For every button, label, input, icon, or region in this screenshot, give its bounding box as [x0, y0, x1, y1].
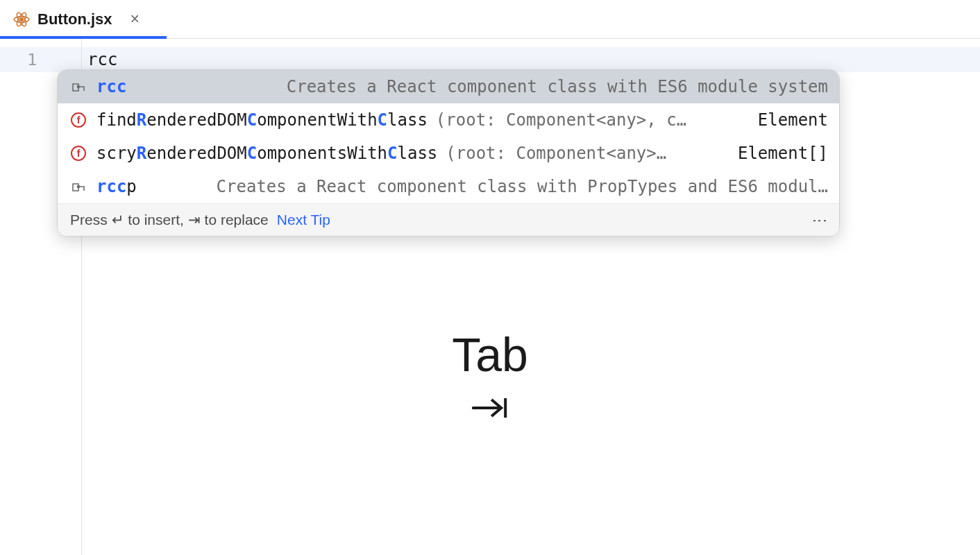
function-icon: f	[69, 146, 88, 161]
autocomplete-footer: Press ↵ to insert, ⇥ to replace Next Tip…	[58, 203, 839, 236]
svg-point-0	[20, 17, 23, 20]
footer-hint: Press ↵ to insert, ⇥ to replace	[70, 212, 269, 228]
suggestion-return-type: Element[]	[724, 144, 828, 163]
suggestion-item[interactable]: rcc Creates a React component class with…	[58, 70, 839, 103]
suggestion-name: rccp	[96, 177, 137, 196]
suggestion-description: Creates a React component class with Pro…	[217, 177, 828, 196]
overlay-hint: Tab	[452, 327, 528, 422]
autocomplete-popup: rcc Creates a React component class with…	[57, 69, 840, 237]
svg-point-4	[78, 86, 80, 88]
kebab-menu-icon[interactable]: ⋮	[811, 213, 829, 227]
overlay-label: Tab	[452, 327, 528, 382]
suggestion-item[interactable]: f scryRenderedDOMComponentsWithClass(roo…	[58, 137, 839, 170]
tab-key-icon: ⇥	[188, 212, 201, 228]
suggestion-name: findRenderedDOMComponentWithClass	[96, 110, 428, 130]
tab-bar: Button.jsx ×	[0, 0, 980, 39]
close-tab-icon[interactable]: ×	[130, 11, 140, 27]
enter-key-icon: ↵	[112, 212, 124, 228]
suggestion-params: (root: Component<any>, c…	[436, 110, 736, 130]
file-tab[interactable]: Button.jsx ×	[0, 0, 152, 38]
function-icon: f	[69, 112, 88, 128]
suggestion-item[interactable]: rccp Creates a React component class wit…	[58, 170, 839, 203]
suggestion-name: scryRenderedDOMComponentsWithClass	[96, 144, 437, 163]
tab-arrow-icon	[452, 394, 528, 422]
live-template-icon	[69, 78, 88, 95]
code-area[interactable]: rcc rcc Creates a React component class …	[82, 39, 980, 555]
suggestion-name: rcc	[96, 77, 126, 96]
react-icon	[12, 10, 31, 28]
editor: 1 rcc rcc Creates a React component clas…	[0, 39, 980, 555]
suggestion-return-type: Element	[744, 110, 828, 130]
svg-point-5	[78, 186, 80, 188]
line-number: 1	[0, 47, 81, 72]
tab-filename: Button.jsx	[37, 10, 112, 28]
suggestion-params: (root: Component<any>…	[446, 144, 716, 163]
suggestion-description: Creates a React component class with ES6…	[287, 77, 828, 96]
live-template-icon	[69, 178, 88, 195]
next-tip-link[interactable]: Next Tip	[277, 212, 330, 228]
code-line[interactable]: rcc	[82, 47, 980, 72]
suggestion-item[interactable]: f findRenderedDOMComponentWithClass(root…	[58, 103, 839, 137]
